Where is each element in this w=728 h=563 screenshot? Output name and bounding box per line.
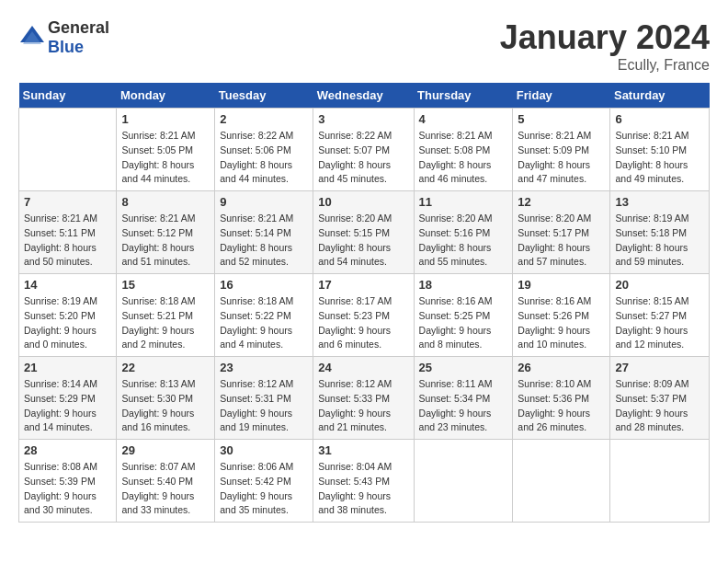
calendar-cell: 30Sunrise: 8:06 AMSunset: 5:42 PMDayligh… [215, 440, 313, 523]
day-number: 27 [615, 361, 704, 374]
cell-info: Sunrise: 8:17 AMSunset: 5:23 PMDaylight:… [318, 294, 408, 352]
calendar-cell: 18Sunrise: 8:16 AMSunset: 5:25 PMDayligh… [414, 274, 513, 357]
calendar-cell: 11Sunrise: 8:20 AMSunset: 5:16 PMDayligh… [414, 191, 513, 274]
calendar-cell: 17Sunrise: 8:17 AMSunset: 5:23 PMDayligh… [313, 274, 414, 357]
calendar-cell: 15Sunrise: 8:18 AMSunset: 5:21 PMDayligh… [117, 274, 215, 357]
cell-info: Sunrise: 8:18 AMSunset: 5:22 PMDaylight:… [220, 294, 308, 352]
calendar-cell: 4Sunrise: 8:21 AMSunset: 5:08 PMDaylight… [414, 109, 513, 191]
day-number: 29 [121, 443, 210, 457]
cell-info: Sunrise: 8:21 AMSunset: 5:12 PMDaylight:… [121, 212, 210, 270]
calendar-cell: 29Sunrise: 8:07 AMSunset: 5:40 PMDayligh… [117, 440, 215, 523]
day-number: 23 [220, 361, 308, 374]
calendar-cell: 13Sunrise: 8:19 AMSunset: 5:18 PMDayligh… [610, 191, 710, 274]
day-number: 3 [318, 112, 408, 126]
calendar-cell: 10Sunrise: 8:20 AMSunset: 5:15 PMDayligh… [313, 191, 414, 274]
cell-info: Sunrise: 8:13 AMSunset: 5:30 PMDaylight:… [121, 377, 210, 435]
day-number: 1 [121, 112, 210, 126]
calendar-cell: 14Sunrise: 8:19 AMSunset: 5:20 PMDayligh… [19, 274, 117, 357]
day-of-week-header: Saturday [610, 83, 710, 109]
day-number: 28 [24, 443, 111, 457]
day-number: 10 [318, 195, 408, 209]
calendar-cell [513, 440, 610, 523]
day-of-week-header: Tuesday [215, 83, 313, 109]
day-number: 24 [318, 361, 408, 374]
cell-info: Sunrise: 8:21 AMSunset: 5:10 PMDaylight:… [615, 129, 704, 187]
cell-info: Sunrise: 8:20 AMSunset: 5:15 PMDaylight:… [318, 212, 408, 270]
cell-info: Sunrise: 8:16 AMSunset: 5:25 PMDaylight:… [419, 294, 508, 352]
calendar-cell: 19Sunrise: 8:16 AMSunset: 5:26 PMDayligh… [513, 274, 610, 357]
day-number: 31 [318, 443, 408, 457]
day-number: 19 [518, 278, 605, 292]
calendar-cell: 6Sunrise: 8:21 AMSunset: 5:10 PMDaylight… [610, 109, 710, 191]
cell-info: Sunrise: 8:09 AMSunset: 5:37 PMDaylight:… [615, 377, 704, 435]
cell-info: Sunrise: 8:08 AMSunset: 5:39 PMDaylight:… [24, 460, 111, 518]
day-number: 22 [121, 361, 210, 374]
calendar-week-row: 14Sunrise: 8:19 AMSunset: 5:20 PMDayligh… [19, 274, 710, 357]
cell-info: Sunrise: 8:06 AMSunset: 5:42 PMDaylight:… [220, 460, 308, 518]
day-number: 16 [220, 278, 308, 292]
day-number: 26 [518, 361, 605, 374]
calendar-table: SundayMondayTuesdayWednesdayThursdayFrid… [18, 83, 710, 523]
day-of-week-header: Friday [513, 83, 610, 109]
cell-info: Sunrise: 8:18 AMSunset: 5:21 PMDaylight:… [121, 294, 210, 352]
calendar-cell: 12Sunrise: 8:20 AMSunset: 5:17 PMDayligh… [513, 191, 610, 274]
day-number: 4 [419, 112, 508, 126]
page-header: General Blue January 2024 Ecully, France [18, 18, 710, 74]
cell-info: Sunrise: 8:10 AMSunset: 5:36 PMDaylight:… [518, 377, 605, 435]
day-number: 30 [220, 443, 308, 457]
cell-info: Sunrise: 8:14 AMSunset: 5:29 PMDaylight:… [24, 377, 111, 435]
calendar-cell: 24Sunrise: 8:12 AMSunset: 5:33 PMDayligh… [313, 357, 414, 440]
cell-info: Sunrise: 8:15 AMSunset: 5:27 PMDaylight:… [615, 294, 704, 352]
calendar-cell [19, 109, 117, 191]
calendar-week-row: 21Sunrise: 8:14 AMSunset: 5:29 PMDayligh… [19, 357, 710, 440]
cell-info: Sunrise: 8:21 AMSunset: 5:14 PMDaylight:… [220, 212, 308, 270]
cell-info: Sunrise: 8:12 AMSunset: 5:33 PMDaylight:… [318, 377, 408, 435]
cell-info: Sunrise: 8:22 AMSunset: 5:06 PMDaylight:… [220, 129, 308, 187]
day-number: 6 [615, 112, 704, 126]
day-of-week-header: Monday [117, 83, 215, 109]
cell-info: Sunrise: 8:20 AMSunset: 5:16 PMDaylight:… [419, 212, 508, 270]
calendar-cell: 16Sunrise: 8:18 AMSunset: 5:22 PMDayligh… [215, 274, 313, 357]
calendar-cell: 5Sunrise: 8:21 AMSunset: 5:09 PMDaylight… [513, 109, 610, 191]
day-number: 17 [318, 278, 408, 292]
logo-icon [18, 24, 46, 52]
cell-info: Sunrise: 8:21 AMSunset: 5:11 PMDaylight:… [24, 212, 111, 270]
cell-info: Sunrise: 8:04 AMSunset: 5:43 PMDaylight:… [318, 460, 408, 518]
day-number: 15 [121, 278, 210, 292]
location-title: Ecully, France [500, 57, 710, 74]
day-of-week-header: Wednesday [313, 83, 414, 109]
calendar-cell [414, 440, 513, 523]
calendar-cell: 26Sunrise: 8:10 AMSunset: 5:36 PMDayligh… [513, 357, 610, 440]
calendar-header-row: SundayMondayTuesdayWednesdayThursdayFrid… [19, 83, 710, 109]
calendar-cell [610, 440, 710, 523]
calendar-cell: 20Sunrise: 8:15 AMSunset: 5:27 PMDayligh… [610, 274, 710, 357]
day-number: 14 [24, 278, 111, 292]
cell-info: Sunrise: 8:12 AMSunset: 5:31 PMDaylight:… [220, 377, 308, 435]
logo-blue: Blue [48, 38, 84, 56]
day-number: 2 [220, 112, 308, 126]
cell-info: Sunrise: 8:16 AMSunset: 5:26 PMDaylight:… [518, 294, 605, 352]
day-number: 9 [220, 195, 308, 209]
calendar-cell: 25Sunrise: 8:11 AMSunset: 5:34 PMDayligh… [414, 357, 513, 440]
day-of-week-header: Thursday [414, 83, 513, 109]
day-number: 8 [121, 195, 210, 209]
day-number: 12 [518, 195, 605, 209]
day-of-week-header: Sunday [19, 83, 117, 109]
calendar-cell: 23Sunrise: 8:12 AMSunset: 5:31 PMDayligh… [215, 357, 313, 440]
day-number: 18 [419, 278, 508, 292]
calendar-cell: 1Sunrise: 8:21 AMSunset: 5:05 PMDaylight… [117, 109, 215, 191]
title-area: January 2024 Ecully, France [500, 18, 710, 74]
calendar-cell: 31Sunrise: 8:04 AMSunset: 5:43 PMDayligh… [313, 440, 414, 523]
cell-info: Sunrise: 8:21 AMSunset: 5:05 PMDaylight:… [121, 129, 210, 187]
cell-info: Sunrise: 8:21 AMSunset: 5:09 PMDaylight:… [518, 129, 605, 187]
calendar-week-row: 7Sunrise: 8:21 AMSunset: 5:11 PMDaylight… [19, 191, 710, 274]
logo: General Blue [18, 18, 109, 57]
calendar-cell: 3Sunrise: 8:22 AMSunset: 5:07 PMDaylight… [313, 109, 414, 191]
calendar-cell: 7Sunrise: 8:21 AMSunset: 5:11 PMDaylight… [19, 191, 117, 274]
calendar-cell: 2Sunrise: 8:22 AMSunset: 5:06 PMDaylight… [215, 109, 313, 191]
calendar-cell: 8Sunrise: 8:21 AMSunset: 5:12 PMDaylight… [117, 191, 215, 274]
cell-info: Sunrise: 8:21 AMSunset: 5:08 PMDaylight:… [419, 129, 508, 187]
cell-info: Sunrise: 8:20 AMSunset: 5:17 PMDaylight:… [518, 212, 605, 270]
cell-info: Sunrise: 8:11 AMSunset: 5:34 PMDaylight:… [419, 377, 508, 435]
calendar-week-row: 28Sunrise: 8:08 AMSunset: 5:39 PMDayligh… [19, 440, 710, 523]
